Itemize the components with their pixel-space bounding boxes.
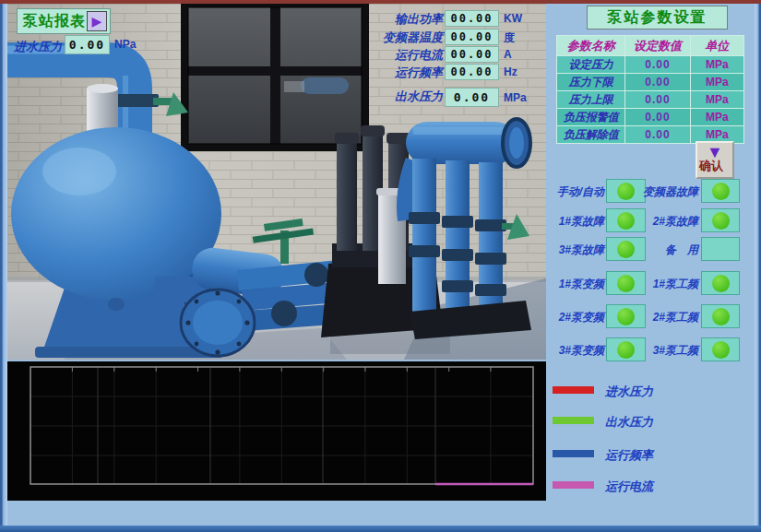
legend-label: 运行电流: [605, 479, 653, 495]
param-name: 压力上限: [557, 91, 625, 109]
status-lamp-box: [606, 179, 646, 203]
legend-swatch-inlet-pressure: [553, 386, 594, 394]
table-row: 压力上限 0.00 MPa: [557, 91, 744, 109]
legend-label: 出水压力: [605, 414, 653, 431]
legend-label: 进水压力: [605, 384, 653, 400]
table-row: 压力下限 0.00 MPa: [557, 74, 744, 91]
param-name: 负压解除值: [557, 126, 625, 144]
table-row: 设定压力 0.00 MPa: [557, 56, 744, 74]
run-frequency-value: 00.00: [445, 64, 499, 80]
status-lamp-box: [701, 304, 740, 328]
status-lamp-box: [701, 271, 740, 295]
confirm-button[interactable]: ▼ 确认: [696, 141, 734, 179]
status-label-pump3-vfd: 3#泵变频: [559, 343, 604, 359]
outlet-pressure-value: 0.00: [445, 88, 499, 107]
status-row: 1#泵变频 1#泵工频: [546, 271, 755, 296]
legend-item: 进水压力: [546, 384, 755, 398]
confirm-button-label: 确认: [699, 158, 723, 174]
run-frequency-label: 运行频率: [395, 65, 443, 81]
window-bottom-border: [0, 526, 761, 532]
status-lamp: [617, 212, 635, 230]
status-lamp: [712, 275, 730, 292]
window-right-border: [755, 4, 761, 526]
run-current-value: 00.00: [445, 46, 499, 63]
status-label-spare: 备 用: [665, 242, 698, 258]
param-unit: MPa: [690, 91, 743, 109]
status-lamp: [617, 341, 635, 359]
legend-swatch-outlet-pressure: [553, 417, 594, 424]
status-lamp: [617, 241, 635, 258]
run-current-label: 运行电流: [395, 47, 443, 64]
legend-item: 运行频率: [546, 447, 755, 462]
telemetry-row: 运行电流 00.00 A: [7, 46, 546, 64]
status-lamp-box: [606, 208, 646, 232]
legend-swatch-run-frequency: [553, 450, 594, 457]
col-header-unit: 单位: [690, 36, 743, 56]
status-lamp-box: [606, 337, 646, 361]
status-row: 1#泵故障 2#泵故障: [546, 208, 755, 233]
outlet-pressure-label: 出水压力: [395, 89, 443, 105]
trend-chart-plot: [7, 361, 546, 501]
status-lamp-box: [606, 304, 646, 328]
legend-item: 运行电流: [546, 479, 755, 493]
status-lamp-box: [701, 208, 740, 232]
param-unit: MPa: [690, 109, 743, 126]
param-value[interactable]: 0.00: [625, 109, 690, 126]
settings-panel-title: 泵站参数设置: [587, 6, 728, 30]
output-power-unit: KW: [504, 12, 522, 25]
col-header-value: 设定数值: [625, 36, 690, 56]
param-name: 设定压力: [557, 56, 625, 74]
status-lamp: [712, 308, 730, 325]
status-lamp-box: [701, 237, 740, 261]
param-unit: MPa: [690, 74, 743, 91]
status-row: 3#泵故障 备 用: [546, 237, 755, 262]
status-lamp-box: [606, 271, 646, 295]
status-label-pump2-mains: 2#泵工频: [653, 310, 698, 325]
status-label-vfd-fault: 变频器故障: [643, 184, 698, 200]
col-header-name: 参数名称: [557, 36, 625, 56]
legend-label: 运行频率: [605, 447, 653, 464]
status-label-pump1-fault: 1#泵故障: [559, 214, 604, 230]
outlet-pressure-unit: MPa: [504, 91, 527, 104]
param-value[interactable]: 0.00: [625, 126, 690, 144]
output-power-label: 输出功率: [395, 11, 443, 28]
status-label-pump1-vfd: 1#泵变频: [559, 277, 604, 292]
status-lamp: [617, 275, 635, 292]
vfd-temperature-unit: 度: [504, 30, 515, 46]
status-row: 2#泵变频 2#泵工频: [546, 304, 755, 329]
settings-panel: 泵站参数设置 参数名称 设定数值 单位 设定压力 0.00 MPa 压力下限 0…: [546, 4, 755, 526]
status-label-pump2-fault: 2#泵故障: [653, 214, 698, 230]
status-label-manual-auto: 手动/自动: [557, 184, 604, 200]
run-current-unit: A: [504, 48, 512, 61]
outlet-pressure-row: 出水压力 0.00 MPa: [7, 88, 546, 105]
status-lamp: [617, 308, 635, 325]
status-row: 3#泵变频 3#泵工频: [546, 337, 755, 362]
discharge-manifold: [406, 119, 531, 339]
param-value[interactable]: 0.00: [625, 56, 690, 74]
telemetry-row: 变频器温度 00.00 度: [7, 29, 546, 46]
param-value[interactable]: 0.00: [625, 74, 690, 91]
status-label-pump1-mains: 1#泵工频: [653, 277, 698, 292]
status-label-pump3-mains: 3#泵工频: [653, 343, 698, 359]
window-left-border: [0, 4, 7, 526]
param-unit: MPa: [690, 56, 743, 74]
param-name: 负压报警值: [557, 109, 625, 126]
status-lamp-box: [701, 337, 740, 361]
legend-item: 出水压力: [546, 414, 755, 429]
param-value[interactable]: 0.00: [625, 91, 690, 109]
legend-swatch-run-current: [553, 481, 594, 489]
vfd-temperature-label: 变频器温度: [383, 30, 443, 46]
parameter-table: 参数名称 设定数值 单位 设定压力 0.00 MPa 压力下限 0.00 MPa…: [556, 35, 744, 144]
status-lamp-box: [701, 179, 740, 203]
run-frequency-unit: Hz: [504, 65, 517, 78]
status-lamp: [712, 212, 730, 230]
status-lamp: [712, 341, 730, 359]
telemetry-row: 运行频率 00.00 Hz: [7, 64, 546, 81]
output-power-value: 00.00: [445, 10, 499, 27]
status-row: 手动/自动 变频器故障: [546, 179, 755, 204]
vfd-temperature-value: 00.00: [445, 29, 499, 45]
pump-station-photo: 泵站报表 ▶ 进水压力 0.00 NPa 输出功率 00.00 KW 变频器温度…: [7, 4, 546, 360]
status-lamp: [617, 183, 635, 200]
trend-chart: [7, 361, 546, 501]
table-row: 负压报警值 0.00 MPa: [557, 109, 744, 126]
